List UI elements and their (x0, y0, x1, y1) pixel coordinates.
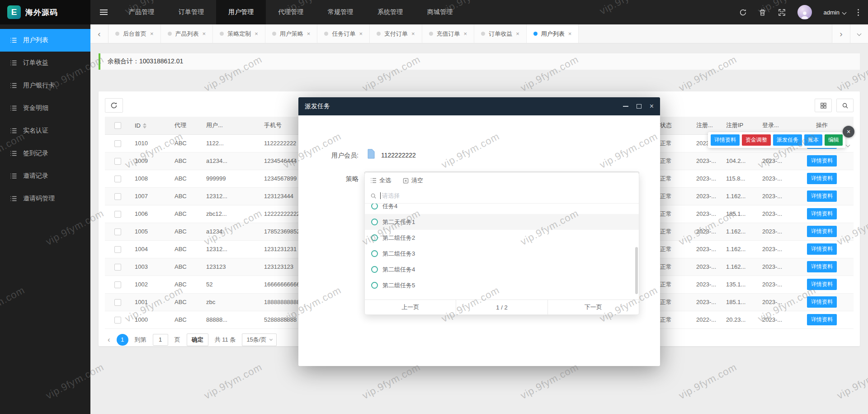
topnav-item[interactable]: 订单管理 (166, 0, 216, 24)
search-toggle-button[interactable] (836, 99, 854, 112)
dropdown-option[interactable]: 第二组任务5 (365, 277, 639, 293)
dropdown-option[interactable]: 第二组任务3 (365, 246, 639, 262)
popover-collapse-icon[interactable] (846, 140, 849, 148)
dropdown-prev-button[interactable]: 上一页 (365, 300, 456, 314)
detail-button[interactable]: 详情资料 (807, 173, 837, 184)
detail-button[interactable]: 详情资料 (807, 261, 837, 272)
goto-confirm-button[interactable]: 确定 (187, 333, 208, 346)
tabs-scroll-right-icon[interactable]: › (832, 24, 850, 43)
dropdown-next-button[interactable]: 下一页 (547, 300, 639, 314)
tab-close-icon[interactable]: × (411, 30, 415, 37)
detail-button[interactable]: 详情资料 (807, 226, 837, 237)
topnav-item[interactable]: 用户管理 (216, 0, 266, 24)
detail-button[interactable]: 详情资料 (807, 243, 837, 255)
dropdown-option[interactable]: 第二组任务2 (365, 230, 639, 246)
minimize-icon[interactable] (623, 106, 628, 107)
trash-icon[interactable] (759, 9, 766, 16)
sidebar-item[interactable]: 签到记录 (0, 142, 90, 165)
detail-button[interactable]: 详情资料 (807, 296, 837, 308)
col-header-id[interactable]: ID (130, 117, 170, 134)
tab[interactable]: 后台首页 × (108, 24, 161, 43)
prev-page-icon[interactable]: ‹ (108, 335, 110, 344)
sidebar-item[interactable]: 订单收益 (0, 52, 90, 74)
tab[interactable]: 订单收益 × (474, 24, 527, 43)
tabs-menu-icon[interactable] (850, 24, 868, 43)
detail-button[interactable]: 详情资料 (807, 155, 837, 167)
columns-toggle-button[interactable] (815, 99, 832, 112)
topnav-item[interactable]: 系统管理 (365, 0, 415, 24)
close-icon[interactable]: × (650, 103, 654, 110)
tab[interactable]: 策略定制 × (213, 24, 265, 43)
tab[interactable]: 用户列表 × (527, 24, 579, 43)
user-menu[interactable]: admin (824, 9, 846, 16)
modal-header[interactable]: 派发任务 × (298, 97, 660, 115)
page-size-select[interactable]: 15条/页 (242, 333, 277, 346)
maximize-icon[interactable] (637, 104, 642, 109)
tab-close-icon[interactable]: × (568, 30, 572, 37)
detail-button[interactable]: 详情资料 (807, 190, 837, 202)
topnav-item[interactable]: 代理管理 (266, 0, 316, 24)
sidebar-item[interactable]: 邀请码管理 (0, 187, 90, 210)
detail-button[interactable]: 详情资料 (807, 314, 837, 325)
sidebar-item[interactable]: 用户列表 (0, 29, 90, 52)
more-options-icon[interactable] (858, 9, 859, 16)
dropdown-page-indicator: 1 / 2 (456, 300, 547, 314)
row-checkbox[interactable] (114, 317, 121, 324)
topnav-item[interactable]: 产品管理 (117, 0, 166, 24)
dropdown-search[interactable]: 请选择 (365, 188, 639, 204)
row-action-button[interactable]: 派发任务 (773, 134, 802, 146)
popover-close-icon[interactable]: × (843, 126, 854, 138)
detail-button[interactable]: 详情资料 (807, 208, 837, 219)
row-action-button[interactable]: 编辑 (825, 134, 843, 146)
tab-dot-icon (272, 32, 276, 36)
tab-close-icon[interactable]: × (150, 30, 154, 37)
menu-toggle-icon[interactable] (90, 0, 117, 24)
tab[interactable]: 支付订单 × (370, 24, 422, 43)
refresh-icon[interactable] (739, 9, 747, 16)
sidebar-item[interactable]: 邀请记录 (0, 165, 90, 187)
sort-icon[interactable] (143, 123, 146, 128)
dropdown-option[interactable]: 第二组任务4 (365, 262, 639, 277)
row-action-button[interactable]: 详情资料 (711, 134, 740, 146)
clear-selection-action[interactable]: 清空 (403, 176, 423, 185)
row-checkbox[interactable] (114, 140, 121, 147)
sidebar-item[interactable]: 实名认证 (0, 119, 90, 142)
user-avatar[interactable] (797, 5, 812, 19)
tab-close-icon[interactable]: × (307, 30, 311, 37)
row-checkbox[interactable] (114, 158, 121, 165)
current-page-button[interactable]: 1 (117, 334, 128, 346)
goto-page-input[interactable] (153, 334, 168, 346)
sidebar-item[interactable]: 用户银行卡 (0, 74, 90, 97)
tab[interactable]: 任务订单 × (317, 24, 370, 43)
row-checkbox[interactable] (114, 246, 121, 253)
tab-close-icon[interactable]: × (203, 30, 206, 37)
row-checkbox[interactable] (114, 211, 121, 218)
select-all-action[interactable]: 全选 (370, 176, 391, 185)
topnav-item[interactable]: 常规管理 (316, 0, 365, 24)
tab-close-icon[interactable]: × (464, 30, 467, 37)
dropdown-option[interactable]: 任务4 (365, 204, 639, 214)
tab[interactable]: 产品列表 × (161, 24, 213, 43)
tab[interactable]: 用户策略 × (265, 24, 318, 43)
row-action-button[interactable]: 资金调整 (742, 134, 771, 146)
row-checkbox[interactable] (114, 299, 121, 306)
sidebar-item[interactable]: 资金明细 (0, 97, 90, 119)
row-checkbox[interactable] (114, 176, 121, 182)
tab-close-icon[interactable]: × (255, 30, 258, 37)
fullscreen-icon[interactable] (778, 9, 786, 16)
row-checkbox[interactable] (114, 264, 121, 271)
select-all-checkbox[interactable] (114, 122, 121, 129)
tab-close-icon[interactable]: × (516, 30, 519, 37)
tabs-scroll-left-icon[interactable]: ‹ (90, 24, 108, 43)
row-action-button[interactable]: 账本 (804, 134, 822, 146)
row-checkbox[interactable] (114, 228, 121, 235)
dropdown-option[interactable]: 第二天任务1 (365, 214, 639, 230)
tab[interactable]: 充值订单 × (422, 24, 475, 43)
tab-close-icon[interactable]: × (359, 30, 363, 37)
table-refresh-button[interactable] (105, 98, 123, 113)
topnav-item[interactable]: 商城管理 (415, 0, 465, 24)
dropdown-scrollbar[interactable] (635, 247, 638, 294)
row-checkbox[interactable] (114, 193, 121, 200)
detail-button[interactable]: 详情资料 (807, 279, 837, 290)
row-checkbox[interactable] (114, 281, 121, 288)
